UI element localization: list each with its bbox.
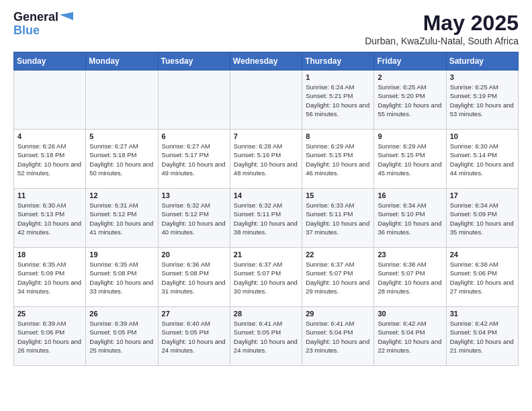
day-cell: 21Sunrise: 6:37 AM Sunset: 5:07 PM Dayli… bbox=[230, 248, 302, 307]
svg-marker-0 bbox=[60, 12, 73, 20]
day-cell: 15Sunrise: 6:33 AM Sunset: 5:11 PM Dayli… bbox=[302, 189, 374, 248]
day-cell: 30Sunrise: 6:42 AM Sunset: 5:04 PM Dayli… bbox=[374, 307, 446, 366]
day-number: 8 bbox=[306, 132, 370, 140]
day-cell: 6Sunrise: 6:27 AM Sunset: 5:17 PM Daylig… bbox=[158, 130, 230, 189]
day-content: Sunrise: 6:32 AM Sunset: 5:12 PM Dayligh… bbox=[162, 201, 226, 236]
day-cell: 11Sunrise: 6:30 AM Sunset: 5:13 PM Dayli… bbox=[14, 189, 86, 248]
month-title: May 2025 bbox=[365, 11, 519, 36]
day-number: 25 bbox=[17, 310, 82, 318]
day-content: Sunrise: 6:35 AM Sunset: 5:08 PM Dayligh… bbox=[89, 260, 154, 295]
day-cell: 3Sunrise: 6:25 AM Sunset: 5:19 PM Daylig… bbox=[446, 71, 518, 130]
day-number: 7 bbox=[234, 132, 298, 140]
week-row-3: 11Sunrise: 6:30 AM Sunset: 5:13 PM Dayli… bbox=[14, 189, 519, 248]
day-number: 3 bbox=[450, 73, 515, 81]
day-cell: 19Sunrise: 6:35 AM Sunset: 5:08 PM Dayli… bbox=[86, 248, 158, 307]
day-cell: 23Sunrise: 6:38 AM Sunset: 5:07 PM Dayli… bbox=[374, 248, 446, 307]
day-cell: 16Sunrise: 6:34 AM Sunset: 5:10 PM Dayli… bbox=[374, 189, 446, 248]
day-content: Sunrise: 6:31 AM Sunset: 5:12 PM Dayligh… bbox=[89, 201, 154, 236]
day-number: 15 bbox=[306, 191, 370, 199]
day-content: Sunrise: 6:30 AM Sunset: 5:13 PM Dayligh… bbox=[17, 201, 82, 236]
day-number: 30 bbox=[378, 310, 442, 318]
location: Durban, KwaZulu-Natal, South Africa bbox=[365, 36, 519, 46]
day-cell: 5Sunrise: 6:27 AM Sunset: 5:18 PM Daylig… bbox=[86, 130, 158, 189]
day-number: 27 bbox=[162, 310, 226, 318]
day-content: Sunrise: 6:28 AM Sunset: 5:16 PM Dayligh… bbox=[234, 142, 298, 177]
day-content: Sunrise: 6:34 AM Sunset: 5:09 PM Dayligh… bbox=[450, 201, 515, 236]
day-number: 11 bbox=[17, 191, 82, 199]
day-cell: 14Sunrise: 6:32 AM Sunset: 5:11 PM Dayli… bbox=[230, 189, 302, 248]
day-cell: 13Sunrise: 6:32 AM Sunset: 5:12 PM Dayli… bbox=[158, 189, 230, 248]
day-content: Sunrise: 6:38 AM Sunset: 5:07 PM Dayligh… bbox=[378, 260, 442, 295]
header-cell-monday: Monday bbox=[86, 52, 158, 71]
day-content: Sunrise: 6:25 AM Sunset: 5:20 PM Dayligh… bbox=[378, 83, 442, 118]
day-content: Sunrise: 6:42 AM Sunset: 5:04 PM Dayligh… bbox=[450, 319, 515, 355]
day-number: 10 bbox=[450, 132, 515, 140]
day-number: 14 bbox=[234, 191, 298, 199]
day-cell: 24Sunrise: 6:38 AM Sunset: 5:06 PM Dayli… bbox=[446, 248, 518, 307]
day-number: 26 bbox=[89, 310, 154, 318]
day-number: 2 bbox=[378, 73, 442, 81]
day-content: Sunrise: 6:36 AM Sunset: 5:08 PM Dayligh… bbox=[162, 260, 226, 295]
day-number: 5 bbox=[89, 132, 154, 140]
header-cell-tuesday: Tuesday bbox=[158, 52, 230, 71]
day-number: 31 bbox=[450, 310, 515, 318]
day-number: 18 bbox=[17, 250, 82, 259]
day-content: Sunrise: 6:33 AM Sunset: 5:11 PM Dayligh… bbox=[306, 201, 370, 236]
header-cell-friday: Friday bbox=[374, 52, 446, 71]
day-cell bbox=[86, 71, 158, 130]
day-content: Sunrise: 6:39 AM Sunset: 5:05 PM Dayligh… bbox=[89, 319, 154, 355]
day-cell: 10Sunrise: 6:30 AM Sunset: 5:14 PM Dayli… bbox=[446, 130, 518, 189]
day-cell: 26Sunrise: 6:39 AM Sunset: 5:05 PM Dayli… bbox=[86, 307, 158, 366]
day-number: 9 bbox=[378, 132, 442, 140]
week-row-4: 18Sunrise: 6:35 AM Sunset: 5:09 PM Dayli… bbox=[14, 248, 519, 307]
day-content: Sunrise: 6:32 AM Sunset: 5:11 PM Dayligh… bbox=[234, 201, 298, 236]
day-content: Sunrise: 6:40 AM Sunset: 5:05 PM Dayligh… bbox=[162, 319, 226, 355]
day-content: Sunrise: 6:27 AM Sunset: 5:18 PM Dayligh… bbox=[89, 142, 154, 177]
day-cell: 27Sunrise: 6:40 AM Sunset: 5:05 PM Dayli… bbox=[158, 307, 230, 366]
day-content: Sunrise: 6:25 AM Sunset: 5:19 PM Dayligh… bbox=[450, 83, 515, 118]
day-cell: 18Sunrise: 6:35 AM Sunset: 5:09 PM Dayli… bbox=[14, 248, 86, 307]
day-number: 19 bbox=[89, 250, 154, 259]
day-cell: 7Sunrise: 6:28 AM Sunset: 5:16 PM Daylig… bbox=[230, 130, 302, 189]
day-cell bbox=[230, 71, 302, 130]
day-cell: 9Sunrise: 6:29 AM Sunset: 5:15 PM Daylig… bbox=[374, 130, 446, 189]
day-content: Sunrise: 6:29 AM Sunset: 5:15 PM Dayligh… bbox=[378, 142, 442, 177]
day-content: Sunrise: 6:42 AM Sunset: 5:04 PM Dayligh… bbox=[378, 319, 442, 355]
header-cell-saturday: Saturday bbox=[446, 52, 518, 71]
day-cell: 29Sunrise: 6:41 AM Sunset: 5:04 PM Dayli… bbox=[302, 307, 374, 366]
logo: General Blue bbox=[13, 11, 73, 38]
day-number: 17 bbox=[450, 191, 515, 199]
day-content: Sunrise: 6:24 AM Sunset: 5:21 PM Dayligh… bbox=[306, 83, 370, 118]
day-content: Sunrise: 6:41 AM Sunset: 5:05 PM Dayligh… bbox=[234, 319, 298, 355]
day-cell: 8Sunrise: 6:29 AM Sunset: 5:15 PM Daylig… bbox=[302, 130, 374, 189]
day-number: 1 bbox=[306, 73, 370, 81]
day-cell bbox=[14, 71, 86, 130]
header-cell-thursday: Thursday bbox=[302, 52, 374, 71]
title-block: May 2025 Durban, KwaZulu-Natal, South Af… bbox=[365, 11, 519, 46]
day-content: Sunrise: 6:37 AM Sunset: 5:07 PM Dayligh… bbox=[306, 260, 370, 295]
week-row-2: 4Sunrise: 6:26 AM Sunset: 5:18 PM Daylig… bbox=[14, 130, 519, 189]
day-content: Sunrise: 6:29 AM Sunset: 5:15 PM Dayligh… bbox=[306, 142, 370, 177]
day-number: 22 bbox=[306, 250, 370, 259]
day-number: 4 bbox=[17, 132, 82, 140]
logo-general: General bbox=[13, 11, 58, 24]
day-content: Sunrise: 6:37 AM Sunset: 5:07 PM Dayligh… bbox=[234, 260, 298, 295]
page-header: General Blue May 2025 Durban, KwaZulu-Na… bbox=[13, 11, 519, 46]
day-number: 16 bbox=[378, 191, 442, 199]
logo-blue: Blue bbox=[13, 24, 40, 38]
day-cell: 17Sunrise: 6:34 AM Sunset: 5:09 PM Dayli… bbox=[446, 189, 518, 248]
header-cell-sunday: Sunday bbox=[14, 52, 86, 71]
day-cell: 4Sunrise: 6:26 AM Sunset: 5:18 PM Daylig… bbox=[14, 130, 86, 189]
day-number: 12 bbox=[89, 191, 154, 199]
day-number: 6 bbox=[162, 132, 226, 140]
day-content: Sunrise: 6:39 AM Sunset: 5:06 PM Dayligh… bbox=[17, 319, 82, 355]
day-cell bbox=[158, 71, 230, 130]
day-number: 21 bbox=[234, 250, 298, 259]
day-cell: 31Sunrise: 6:42 AM Sunset: 5:04 PM Dayli… bbox=[446, 307, 518, 366]
day-number: 24 bbox=[450, 250, 515, 259]
calendar-table: SundayMondayTuesdayWednesdayThursdayFrid… bbox=[13, 52, 519, 366]
day-content: Sunrise: 6:38 AM Sunset: 5:06 PM Dayligh… bbox=[450, 260, 515, 295]
day-cell: 25Sunrise: 6:39 AM Sunset: 5:06 PM Dayli… bbox=[14, 307, 86, 366]
day-number: 23 bbox=[378, 250, 442, 259]
day-number: 20 bbox=[162, 250, 226, 259]
